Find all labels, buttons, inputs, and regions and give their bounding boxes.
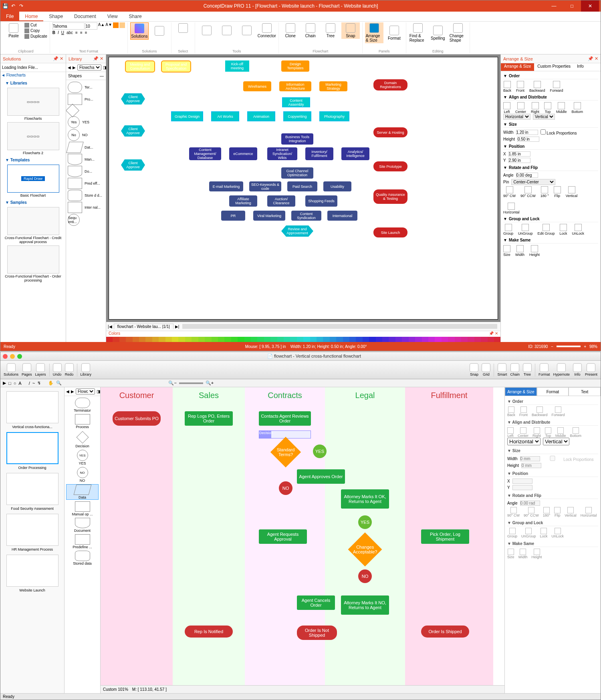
- gl-group[interactable]: Group: [503, 224, 513, 235]
- zoom-label[interactable]: Custom 101%: [103, 687, 128, 692]
- align-top[interactable]: Top: [544, 102, 551, 114]
- rotate-180[interactable]: 180°: [543, 507, 551, 517]
- order-backward[interactable]: Backward: [532, 406, 548, 417]
- panel-pin-icon[interactable]: 📌 ✕: [588, 56, 598, 61]
- doc-tab[interactable]: flowchart - Website lau... |1/1|: [114, 324, 173, 329]
- node-approve2[interactable]: Client Approve: [121, 125, 145, 137]
- gl-lock[interactable]: Lock: [560, 224, 567, 235]
- line-tool[interactable]: [238, 25, 256, 37]
- search-input[interactable]: [2, 65, 64, 70]
- shape-Predefine[interactable]: Predefine ...: [66, 534, 99, 549]
- category-libraries[interactable]: ▼ Libraries: [2, 80, 64, 86]
- solutions-button[interactable]: Solutions: [130, 22, 149, 40]
- rotate-horizontal[interactable]: Horizontal: [503, 203, 520, 214]
- sect-position[interactable]: Position: [512, 471, 528, 476]
- shape-Data[interactable]: Data: [66, 484, 99, 500]
- align-left[interactable]: Left: [503, 102, 510, 114]
- solutions-button[interactable]: Solutions: [4, 363, 18, 376]
- rotate-vertical[interactable]: Vertical: [566, 186, 578, 198]
- pin-icon[interactable]: ◨: [97, 389, 100, 394]
- paste-button[interactable]: Paste: [4, 22, 23, 39]
- panel-pin-icon[interactable]: 📌 ✕: [53, 56, 63, 61]
- thumb-OrderProcessing[interactable]: [6, 432, 58, 464]
- back-icon[interactable]: ◀: [66, 389, 69, 394]
- shape-Dat[interactable]: Dat...: [68, 142, 104, 153]
- tab-file[interactable]: File: [0, 12, 19, 21]
- info-button[interactable]: Info: [573, 363, 582, 376]
- sect-align[interactable]: Align and Distribute: [512, 420, 550, 424]
- align-right[interactable]: Right: [531, 102, 539, 114]
- node-biz-tools[interactable]: Business Tools Integration: [281, 133, 313, 145]
- height-input[interactable]: [517, 137, 539, 142]
- hscroll[interactable]: [182, 324, 497, 329]
- pin-select[interactable]: Center-Center: [511, 179, 555, 185]
- node-site-launch[interactable]: Site Launch: [373, 227, 407, 237]
- node-attorney-ok[interactable]: Attorney Marks It OK, Returns to Agent: [341, 489, 389, 509]
- node-syndication[interactable]: Content Syndication: [291, 211, 321, 221]
- gl-lock[interactable]: Lock: [540, 528, 548, 538]
- node-inventory[interactable]: Inventory/ Fulfilment: [305, 147, 333, 160]
- bold-icon[interactable]: B: [52, 30, 55, 35]
- thumb-credit-approval[interactable]: Cross-Functional Flowchart - Credit appr…: [2, 207, 64, 244]
- thumb-order-processing[interactable]: Cross-Functional Flowchart - Order proce…: [2, 245, 64, 282]
- undo-icon[interactable]: ↶: [10, 3, 16, 9]
- height-input[interactable]: [521, 463, 541, 468]
- save-icon[interactable]: 💾: [2, 3, 8, 9]
- smart-button[interactable]: Smart: [497, 363, 507, 376]
- shape-Storeddata[interactable]: Stored data: [66, 551, 99, 565]
- node-agent-approves[interactable]: Agent Approves Order: [297, 469, 345, 484]
- node-auction[interactable]: Auction/ Clearance: [267, 195, 295, 207]
- strike-icon[interactable]: abc: [67, 30, 73, 35]
- arrange-size-button[interactable]: Arrange & Size: [365, 22, 383, 43]
- node-infoarch[interactable]: Information Architecture: [279, 81, 311, 91]
- order-back[interactable]: Back: [507, 406, 515, 417]
- width-input[interactable]: [516, 130, 538, 135]
- node-yes[interactable]: YES: [313, 445, 327, 458]
- y-input[interactable]: [508, 158, 530, 163]
- rotate-flip[interactable]: Flip: [554, 507, 561, 517]
- order-forward[interactable]: Forward: [552, 406, 565, 417]
- node-site-prototype[interactable]: Site Prototype: [373, 161, 407, 171]
- rotate-vertical[interactable]: Vertical: [565, 507, 577, 517]
- cut-button[interactable]: Cut: [24, 23, 47, 28]
- order-forward[interactable]: Forward: [550, 81, 563, 93]
- rtab-arrange[interactable]: Arrange & Size: [501, 63, 534, 71]
- node-pr[interactable]: PR: [221, 211, 245, 221]
- same-width[interactable]: Width: [518, 549, 528, 559]
- copy-button[interactable]: Copy: [24, 28, 47, 33]
- align-center[interactable]: Center: [515, 102, 526, 114]
- shape-Internal[interactable]: Inter nal...: [68, 202, 104, 213]
- order-front[interactable]: Front: [516, 81, 524, 93]
- gl-unlock[interactable]: UnLock: [572, 224, 585, 235]
- node-shipped[interactable]: Order Is Shipped: [421, 626, 469, 638]
- text-tool-icon[interactable]: A: [18, 381, 21, 386]
- shape-NO[interactable]: NONO: [66, 467, 99, 483]
- undo-button[interactable]: Undo: [53, 363, 62, 376]
- shape-Manualop[interactable]: Manual op ...: [66, 501, 99, 516]
- node-international[interactable]: International: [327, 211, 357, 221]
- chain-button[interactable]: Chain: [510, 363, 520, 376]
- sect-rotate[interactable]: Rotate and Flip: [509, 165, 538, 170]
- library-button[interactable]: Library: [81, 363, 92, 376]
- order-backward[interactable]: Backward: [529, 81, 545, 93]
- lock-proportions[interactable]: Lock Proportions: [543, 456, 594, 462]
- align-right[interactable]: Right: [532, 427, 541, 438]
- rtab-arrange[interactable]: Arrange & Size: [505, 387, 537, 396]
- sect-grouplock[interactable]: Group and Lock: [512, 521, 543, 525]
- redo-button[interactable]: Redo: [65, 363, 74, 376]
- node-kickoff[interactable]: Kick-off meeting: [225, 60, 249, 72]
- rtab-format[interactable]: Format: [537, 387, 569, 396]
- align-center[interactable]: Center: [518, 427, 528, 438]
- select-button[interactable]: [174, 22, 192, 34]
- align-vert-select[interactable]: Vertical: [543, 438, 569, 445]
- node-wireframes[interactable]: Wireframes: [243, 81, 271, 91]
- ellipse-tool-icon[interactable]: ○: [14, 381, 16, 386]
- font-select[interactable]: [52, 22, 85, 30]
- tree-root[interactable]: ◄ Flowcharts: [0, 72, 66, 78]
- shape-Process[interactable]: Process: [66, 414, 99, 429]
- node-email-marketing[interactable]: E-mail Marketing: [209, 181, 243, 191]
- node-yes-2[interactable]: YES: [358, 515, 372, 529]
- zoom-out-icon[interactable]: −: [551, 344, 553, 349]
- pan-tool-icon[interactable]: ✋: [48, 380, 54, 386]
- lock-proportions[interactable]: Lock Proportions: [540, 129, 577, 135]
